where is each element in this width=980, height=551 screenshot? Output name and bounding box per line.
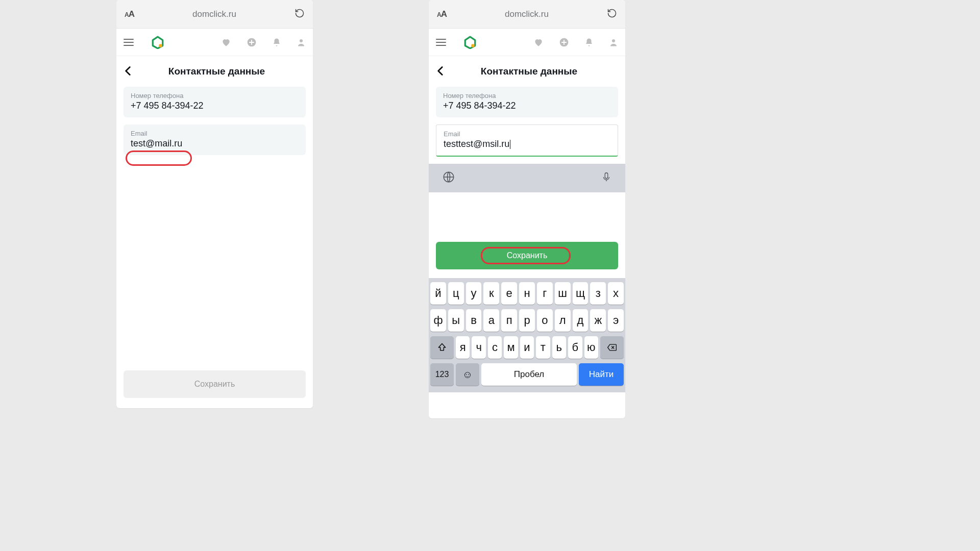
browser-url[interactable]: domclick.ru: [505, 9, 549, 19]
key-я[interactable]: я: [456, 336, 470, 359]
email-value: test@mail.ru: [131, 138, 299, 149]
reload-icon[interactable]: [607, 8, 617, 20]
key-с[interactable]: с: [488, 336, 502, 359]
text-size-control[interactable]: AA: [125, 9, 134, 19]
browser-url[interactable]: domclick.ru: [192, 9, 236, 19]
emoji-key[interactable]: ☺: [456, 363, 479, 386]
phone-field[interactable]: Номер телефона +7 495 84-394-22: [436, 87, 618, 117]
title-row: Контактные данные: [116, 56, 313, 87]
key-д[interactable]: д: [573, 309, 589, 332]
key-ш[interactable]: ш: [555, 282, 571, 305]
key-ж[interactable]: ж: [590, 309, 606, 332]
save-label: Сохранить: [507, 251, 548, 260]
svg-point-5: [612, 39, 615, 42]
user-icon[interactable]: [297, 37, 306, 47]
browser-bar: AA domclick.ru: [429, 0, 625, 29]
key-ч[interactable]: ч: [472, 336, 485, 359]
key-з[interactable]: з: [590, 282, 606, 305]
phone-label: Номер телефона: [131, 92, 299, 99]
key-в[interactable]: в: [466, 309, 482, 332]
email-field[interactable]: Email testtest@msil.ru: [436, 124, 618, 157]
menu-icon[interactable]: [436, 39, 446, 46]
key-й[interactable]: й: [430, 282, 446, 305]
app-header: [116, 29, 313, 56]
text-size-control[interactable]: AA: [437, 9, 447, 19]
numbers-key[interactable]: 123: [430, 363, 454, 386]
key-е[interactable]: е: [501, 282, 517, 305]
virtual-keyboard: йцукенгшщзх фывапролджэ ячсмитьбю 123 ☺ …: [429, 278, 625, 392]
space-key[interactable]: Пробел: [481, 363, 577, 386]
key-ю[interactable]: ю: [584, 336, 598, 359]
keyboard-toolbar: [429, 164, 625, 192]
plus-icon[interactable]: [559, 37, 569, 47]
key-у[interactable]: у: [466, 282, 482, 305]
screenshot-left: AA domclick.ru Контактные данные: [116, 0, 313, 408]
key-п[interactable]: п: [501, 309, 517, 332]
key-и[interactable]: и: [520, 336, 534, 359]
key-м[interactable]: м: [504, 336, 518, 359]
plus-icon[interactable]: [247, 37, 257, 47]
key-к[interactable]: к: [483, 282, 499, 305]
save-button[interactable]: Сохранить: [124, 370, 306, 398]
key-г[interactable]: г: [537, 282, 553, 305]
key-л[interactable]: л: [555, 309, 571, 332]
svg-rect-7: [605, 173, 608, 179]
key-э[interactable]: э: [608, 309, 624, 332]
key-ц[interactable]: ц: [448, 282, 464, 305]
heart-icon[interactable]: [533, 37, 544, 47]
text-caret: [510, 140, 510, 149]
phone-value: +7 495 84-394-22: [131, 101, 299, 111]
action-key[interactable]: Найти: [579, 363, 624, 386]
bell-icon[interactable]: [584, 37, 594, 47]
menu-icon[interactable]: [124, 39, 134, 46]
key-б[interactable]: б: [568, 336, 582, 359]
heart-icon[interactable]: [221, 37, 231, 47]
screenshot-right: AA domclick.ru Контактные данные: [429, 0, 625, 418]
browser-bar: AA domclick.ru: [116, 0, 313, 29]
key-ф[interactable]: ф: [430, 309, 446, 332]
back-icon[interactable]: [121, 64, 136, 79]
email-label: Email: [444, 130, 610, 138]
mic-icon[interactable]: [601, 170, 612, 186]
backspace-key[interactable]: [600, 336, 624, 359]
svg-point-3: [471, 44, 475, 47]
shift-key[interactable]: [430, 336, 454, 359]
key-щ[interactable]: щ: [573, 282, 589, 305]
svg-point-2: [300, 39, 303, 42]
app-logo[interactable]: [463, 36, 477, 49]
key-а[interactable]: а: [483, 309, 499, 332]
back-icon[interactable]: [434, 64, 448, 79]
key-ы[interactable]: ы: [448, 309, 464, 332]
key-н[interactable]: н: [519, 282, 535, 305]
app-logo[interactable]: [151, 36, 164, 49]
email-label: Email: [131, 130, 299, 137]
title-row: Контактные данные: [429, 56, 625, 87]
key-ь[interactable]: ь: [552, 336, 566, 359]
key-о[interactable]: о: [537, 309, 553, 332]
key-х[interactable]: х: [608, 282, 624, 305]
key-т[interactable]: т: [536, 336, 550, 359]
email-input[interactable]: testtest@msil.ru: [444, 139, 610, 149]
phone-label: Номер телефона: [443, 92, 611, 99]
globe-icon[interactable]: [442, 170, 455, 186]
page-title: Контактные данные: [448, 66, 620, 77]
email-field[interactable]: Email test@mail.ru: [124, 124, 306, 155]
page-title: Контактные данные: [136, 66, 308, 77]
phone-value: +7 495 84-394-22: [443, 101, 611, 111]
reload-icon[interactable]: [295, 8, 305, 20]
save-label: Сохранить: [194, 380, 235, 389]
key-р[interactable]: р: [519, 309, 535, 332]
phone-field[interactable]: Номер телефона +7 495 84-394-22: [124, 87, 306, 117]
bell-icon[interactable]: [272, 37, 281, 47]
app-header: [429, 29, 625, 56]
user-icon[interactable]: [609, 37, 618, 47]
svg-point-0: [159, 44, 162, 47]
save-button[interactable]: Сохранить: [436, 242, 618, 269]
